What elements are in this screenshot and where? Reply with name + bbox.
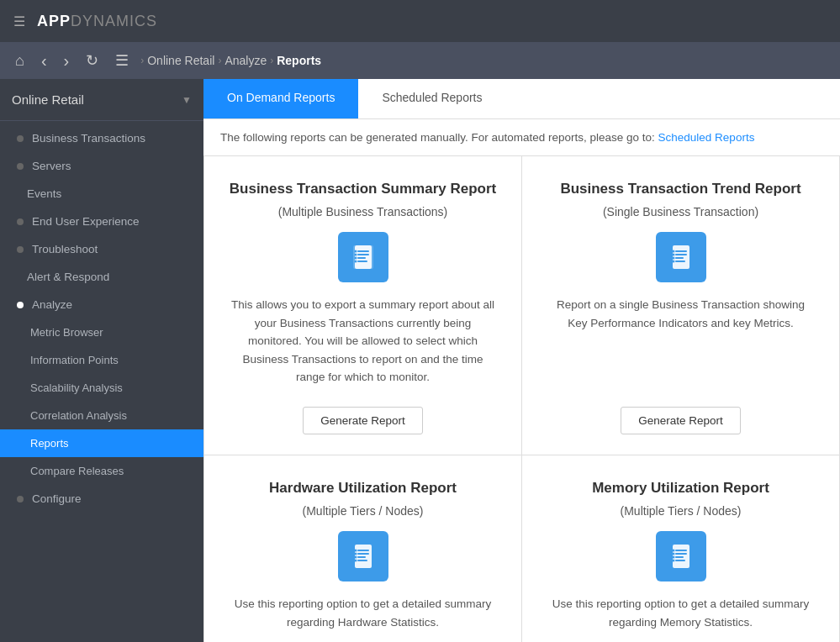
- svg-point-7: [354, 254, 357, 256]
- sidebar-item-correlation[interactable]: Correlation Analysis: [0, 402, 203, 429]
- report-desc-mem-util: Use this reporting option to get a detai…: [546, 595, 816, 631]
- sidebar-app-title[interactable]: Online Retail ▼: [0, 79, 203, 121]
- report-doc-icon-3: [348, 541, 378, 571]
- scheduled-reports-link[interactable]: Scheduled Reports: [658, 131, 755, 144]
- sidebar-item-end-user[interactable]: End User Experience: [0, 208, 203, 235]
- sidebar-item-info-points[interactable]: Information Points: [0, 346, 203, 374]
- sidebar-item-troubleshoot[interactable]: Troubleshoot: [0, 235, 203, 263]
- sidebar-item-events[interactable]: Events: [0, 180, 203, 208]
- svg-point-25: [354, 553, 357, 555]
- svg-point-16: [672, 254, 674, 256]
- report-card-hw-util: Hardware Utilization Report (Multiple Ti…: [204, 455, 522, 642]
- sidebar-dot-cfg: [17, 496, 24, 503]
- tab-scheduled[interactable]: Scheduled Reports: [358, 79, 505, 118]
- breadcrumb-sep-1: ›: [218, 55, 221, 66]
- svg-point-34: [672, 553, 674, 555]
- sidebar-label-servers: Servers: [32, 160, 71, 172]
- report-subtitle-hw-util: (Multiple Tiers / Nodes): [303, 504, 424, 518]
- svg-point-15: [672, 250, 674, 253]
- breadcrumb-online-retail[interactable]: Online Retail: [147, 54, 214, 67]
- report-title-bt-summary: Business Transaction Summary Report: [230, 180, 496, 198]
- sidebar-item-metric-browser[interactable]: Metric Browser: [0, 318, 203, 346]
- info-bar-text: The following reports can be generated m…: [220, 131, 655, 144]
- svg-rect-11: [675, 250, 687, 252]
- report-title-hw-util: Hardware Utilization Report: [269, 479, 457, 497]
- svg-rect-12: [675, 254, 687, 255]
- breadcrumb-sep-2: ›: [270, 55, 273, 66]
- report-doc-icon-1: [348, 242, 378, 272]
- svg-rect-5: [357, 260, 367, 262]
- sidebar-label-alert: Alert & Respond: [27, 271, 109, 283]
- sidebar-label-metric: Metric Browser: [30, 326, 103, 339]
- breadcrumb-analyze[interactable]: Analyze: [225, 54, 267, 67]
- tabs-bar: On Demand Reports Scheduled Reports: [203, 79, 840, 119]
- report-icon-hw-util: [338, 531, 388, 581]
- forward-icon[interactable]: ›: [59, 48, 75, 74]
- svg-rect-29: [675, 550, 687, 551]
- svg-rect-20: [357, 550, 369, 551]
- sidebar-label-corr: Correlation Analysis: [30, 409, 127, 422]
- svg-rect-14: [675, 260, 685, 262]
- refresh-icon[interactable]: ↻: [81, 48, 103, 73]
- back-icon[interactable]: ‹: [36, 48, 52, 74]
- generate-report-btn-0[interactable]: Generate Report: [303, 407, 423, 434]
- svg-rect-31: [675, 556, 684, 558]
- sidebar-dot-servers: [17, 163, 24, 170]
- sidebar-item-reports[interactable]: Reports: [0, 429, 203, 457]
- sidebar-dropdown-arrow: ▼: [182, 94, 192, 106]
- sidebar-item-servers[interactable]: Servers: [0, 152, 203, 180]
- breadcrumb-reports: Reports: [277, 54, 321, 67]
- app-logo: APPDYNAMICS: [37, 13, 157, 30]
- svg-rect-22: [357, 556, 366, 558]
- sidebar-label-compare: Compare Releases: [30, 465, 124, 477]
- svg-point-8: [354, 257, 357, 260]
- sidebar-item-alert[interactable]: Alert & Respond: [0, 263, 203, 291]
- svg-rect-2: [357, 250, 369, 252]
- svg-point-18: [672, 260, 674, 263]
- sidebar-label-events: Events: [27, 187, 61, 200]
- tab-on-demand[interactable]: On Demand Reports: [203, 79, 358, 118]
- svg-rect-30: [675, 553, 687, 555]
- report-subtitle-mem-util: (Multiple Tiers / Nodes): [621, 504, 742, 518]
- info-bar: The following reports can be generated m…: [203, 119, 840, 156]
- report-icon-bt-trend: [656, 232, 706, 282]
- sidebar-item-analyze[interactable]: Analyze: [0, 291, 203, 318]
- sidebar-label-analyze: Analyze: [32, 298, 72, 311]
- sidebar-item-compare[interactable]: Compare Releases: [0, 457, 203, 485]
- sidebar-dot-ts: [17, 246, 24, 253]
- svg-rect-21: [357, 553, 369, 555]
- sidebar-app-name: Online Retail: [12, 92, 84, 107]
- menu-icon[interactable]: ☰: [13, 13, 25, 29]
- sidebar: Online Retail ▼ Business Transactions Se…: [0, 79, 203, 642]
- sidebar-item-scalability[interactable]: Scalability Analysis: [0, 374, 203, 402]
- svg-point-9: [354, 260, 357, 263]
- breadcrumb-sep-0: ›: [140, 55, 144, 66]
- logo-suffix: DYNAMICS: [71, 13, 157, 29]
- breadcrumb-menu-icon[interactable]: ☰: [110, 48, 134, 73]
- report-title-bt-trend: Business Transaction Trend Report: [560, 180, 800, 198]
- report-subtitle-bt-summary: (Multiple Business Transactions): [278, 205, 448, 218]
- navbar: ⌂ ‹ › ↻ ☰ › Online Retail › Analyze › Re…: [0, 42, 840, 79]
- svg-point-33: [672, 550, 674, 552]
- home-icon[interactable]: ⌂: [10, 49, 29, 73]
- sidebar-label-cfg: Configure: [32, 492, 82, 505]
- svg-rect-3: [357, 254, 369, 255]
- svg-point-26: [354, 556, 357, 559]
- svg-point-35: [672, 556, 674, 559]
- report-desc-hw-util: Use this reporting option to get a detai…: [228, 595, 498, 631]
- svg-rect-13: [675, 257, 684, 259]
- report-icon-bt-summary: [338, 232, 388, 282]
- content-area: On Demand Reports Scheduled Reports The …: [203, 79, 840, 642]
- sidebar-item-configure[interactable]: Configure: [0, 485, 203, 513]
- report-title-mem-util: Memory Utilization Report: [592, 479, 769, 497]
- report-desc-bt-summary: This allows you to export a summary repo…: [228, 296, 498, 387]
- svg-point-17: [672, 257, 674, 260]
- reports-grid: Business Transaction Summary Report (Mul…: [203, 156, 840, 642]
- sidebar-item-business-transactions[interactable]: Business Transactions: [0, 124, 203, 152]
- report-doc-icon-4: [666, 541, 696, 571]
- sidebar-label-eue: End User Experience: [32, 215, 140, 228]
- svg-rect-4: [357, 257, 366, 259]
- sidebar-label-bt: Business Transactions: [32, 132, 145, 145]
- topbar: ☰ APPDYNAMICS: [0, 0, 840, 42]
- generate-report-btn-1[interactable]: Generate Report: [621, 407, 741, 434]
